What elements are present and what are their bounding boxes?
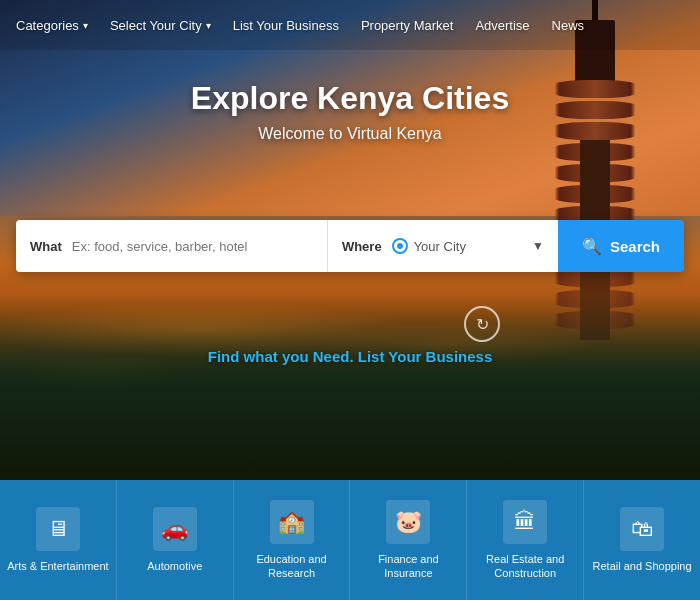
retail-label: Retail and Shopping	[593, 559, 692, 573]
category-item-automotive[interactable]: 🚗Automotive	[117, 480, 234, 600]
search-where-label: Where	[342, 239, 382, 254]
search-bar: What Where Your City ▼ 🔍 Search	[16, 220, 684, 272]
nav-item-news[interactable]: News	[552, 18, 585, 33]
arts-label: Arts & Entertainment	[7, 559, 109, 573]
nav-item-advertise[interactable]: Advertise	[475, 18, 529, 33]
category-item-arts[interactable]: 🖥Arts & Entertainment	[0, 480, 117, 600]
search-icon: 🔍	[582, 237, 602, 256]
chevron-down-icon: ▾	[206, 20, 211, 31]
search-what-label: What	[30, 239, 62, 254]
retail-icon: 🛍	[620, 507, 664, 551]
chevron-down-icon: ▼	[532, 239, 544, 253]
tagline-prefix: Find what you Need.	[208, 348, 358, 365]
nav-item-property-market[interactable]: Property Market	[361, 18, 453, 33]
nav-item-select-city[interactable]: Select Your City▾	[110, 18, 211, 33]
category-item-education[interactable]: 🏫Education and Research	[234, 480, 351, 600]
finance-icon: 🐷	[386, 500, 430, 544]
arrow-circle-icon: ↻	[464, 306, 500, 342]
realestate-label: Real Estate and Construction	[471, 552, 579, 581]
automotive-icon: 🚗	[153, 507, 197, 551]
search-what-section: What	[16, 220, 328, 272]
location-icon	[392, 238, 408, 254]
arts-icon: 🖥	[36, 507, 80, 551]
navbar: Categories▾Select Your City▾List Your Bu…	[0, 0, 700, 50]
chevron-down-icon: ▾	[83, 20, 88, 31]
finance-label: Finance and Insurance	[354, 552, 462, 581]
hero-subtitle: Welcome to Virtual Kenya	[0, 125, 700, 143]
education-label: Education and Research	[238, 552, 346, 581]
education-icon: 🏫	[270, 500, 314, 544]
hero-text-block: Explore Kenya Cities Welcome to Virtual …	[0, 80, 700, 143]
search-button-label: Search	[610, 238, 660, 255]
tagline-link[interactable]: List Your Business	[358, 348, 492, 365]
category-item-finance[interactable]: 🐷Finance and Insurance	[350, 480, 467, 600]
category-item-retail[interactable]: 🛍Retail and Shopping	[584, 480, 700, 600]
search-button[interactable]: 🔍 Search	[558, 220, 684, 272]
realestate-icon: 🏛	[503, 500, 547, 544]
nav-item-categories[interactable]: Categories▾	[16, 18, 88, 33]
search-where-text: Your City	[414, 239, 532, 254]
search-where-section[interactable]: Where Your City ▼	[328, 220, 558, 272]
categories-bar: 🖥Arts & Entertainment🚗Automotive🏫Educati…	[0, 480, 700, 600]
hero-section: Explore Kenya Cities Welcome to Virtual …	[0, 0, 700, 480]
nav-item-list-business[interactable]: List Your Business	[233, 18, 339, 33]
search-what-input[interactable]	[72, 239, 313, 254]
automotive-label: Automotive	[147, 559, 202, 573]
hero-title: Explore Kenya Cities	[0, 80, 700, 117]
category-item-realestate[interactable]: 🏛Real Estate and Construction	[467, 480, 584, 600]
hero-tagline: Find what you Need. List Your Business	[0, 348, 700, 365]
